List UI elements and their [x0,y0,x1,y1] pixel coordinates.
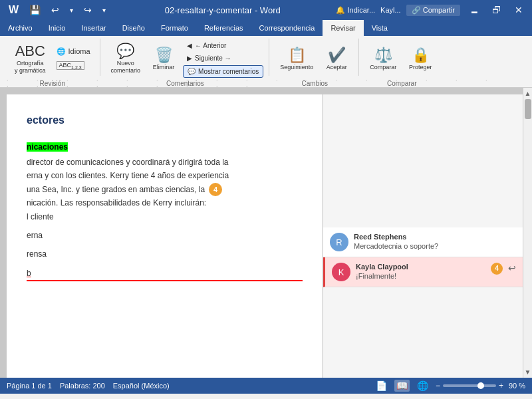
ribbon-group-comparar: ⚖️ Comparar 🔒 Proteger Comparar [360,39,443,76]
status-right: 📄 📖 🌐 − + 90 % [374,380,525,392]
body-line-5: l cliente [27,210,303,223]
comparar-button[interactable]: ⚖️ Comparar [366,39,400,78]
scroll-down-arrow[interactable]: ▼ [525,366,531,378]
idioma-button[interactable]: 🌐 Idioma [53,45,94,58]
siguiente-button[interactable]: ▶ Siguiente → [183,53,263,64]
reed-comment-body: Reed Stephens Mercadotecnia o soporte? [354,233,516,250]
undo-dropdown-button[interactable]: ▾ [66,5,76,15]
comment-item-kayla[interactable]: K Kayla Claypool ¡Finalmente! 4 ↩ [323,257,523,287]
eliminar-label: Eliminar [153,64,175,70]
tab-diseno[interactable]: Diseño [114,20,153,36]
spellcheck-label: Ortografíay gramática [15,60,46,74]
title-bar: W 💾 ↩ ▾ ↪ ▾ 02-resaltar-y-comentar - Wor… [0,0,532,20]
zoom-track[interactable] [443,384,496,387]
comment-item-reed[interactable]: R Reed Stephens Mercadotecnia o soporte? [323,227,523,257]
kayla-comment-body: Kayla Claypool ¡Finalmente! [356,263,485,280]
siguiente-icon: ▶ [187,55,192,62]
print-view-button[interactable]: 📄 [374,380,389,392]
tab-archivo[interactable]: Archivo [0,20,41,36]
zoom-plus-button[interactable]: + [499,381,503,390]
nuevo-comentario-button[interactable]: 💬 Nuevocomentario [107,39,145,78]
status-left: Página 1 de 1 Palabras: 200 Español (Méx… [7,382,170,390]
user-name-button[interactable]: Kayl... [380,6,401,14]
body-line-4: nicación. Las responsabilidades de Kerry… [27,196,303,209]
main-area: ectores nicaciones director de comunicac… [0,88,532,378]
body-text: director de comunicaciones y coordinará … [27,156,303,281]
proteger-button[interactable]: 🔒 Proteger [403,39,438,78]
tab-correspondencia[interactable]: Correspondencia [251,20,323,36]
body-line-1: director de comunicaciones y coordinará … [27,156,303,169]
body-line-8: b [27,267,303,281]
page-info: Página 1 de 1 [7,382,52,390]
cambios-buttons: 📋 Seguimiento ✔️ Aceptar [276,39,353,78]
scroll-up-arrow[interactable]: ▲ [525,88,531,99]
comparar-label: Comparar [370,64,396,70]
revision-buttons: ABC Ortografíay gramática 🌐 Idioma ABC1,… [11,39,94,78]
ribbon-tabs: Archivo Inicio Insertar Diseño Formato R… [0,20,532,36]
spacer3 [27,242,303,247]
close-button[interactable]: ✕ [511,3,527,17]
document-page: ectores nicaciones director de comunicac… [7,94,323,378]
tab-referencias[interactable]: Referencias [196,20,251,36]
reed-author: Reed Stephens [354,233,516,241]
kayla-avatar: K [332,263,350,281]
highlighted-line: nicaciones [27,142,303,152]
comment-panel-top-space [323,94,523,227]
status-bar: Página 1 de 1 Palabras: 200 Español (Méx… [0,378,532,394]
doc-heading: ectores [27,114,303,126]
word-count: Palabras: 200 [60,382,105,390]
comparar-buttons: ⚖️ Comparar 🔒 Proteger [366,39,438,78]
share-button[interactable]: 🔗 Compartir [406,5,460,16]
minimize-button[interactable]: 🗕 [466,3,483,17]
proteger-label: Proteger [409,64,432,70]
indicator-button[interactable]: 🔔 Indicar... [336,6,375,15]
body-line-2: erna y con los clientes. Kerry tiene 4 a… [27,169,303,182]
tab-inicio[interactable]: Inicio [41,20,74,36]
reed-avatar: R [330,233,348,251]
tab-formato[interactable]: Formato [153,20,196,36]
spacer4 [27,261,303,267]
title-bar-controls: 🔔 Indicar... Kayl... 🔗 Compartir 🗕 🗗 ✕ [336,3,527,17]
tab-vista[interactable]: Vista [364,20,396,36]
anterior-button[interactable]: ◀ ← Anterior [183,40,263,51]
spellcheck-button[interactable]: ABC Ortografíay gramática [11,39,50,78]
web-view-button[interactable]: 🌐 [415,380,430,392]
seguimiento-button[interactable]: 📋 Seguimiento [276,39,317,78]
comment-badge-4: 4 [491,263,503,275]
redo-button[interactable]: ↪ [80,3,95,17]
ribbon-group-cambios: 📋 Seguimiento ✔️ Aceptar Cambios [271,39,359,76]
eliminar-button[interactable]: 🗑️ Eliminar [147,39,180,78]
seguimiento-icon: 📋 [288,47,306,64]
revision-secondary: 🌐 Idioma ABC1,2,3 [53,45,94,72]
ruler-marks: · · · · · · · · · · · · · · · · · · · · … [7,76,525,90]
zoom-minus-button[interactable]: − [436,381,440,390]
scroll-track[interactable] [523,99,532,366]
spacer [27,134,303,142]
reed-comment-text: Mercadotecnia o soporte? [354,242,516,250]
abc-icon: ABC1,2,3 [57,61,84,70]
undo-button[interactable]: ↩ [48,3,63,17]
save-qat-button[interactable]: 💾 [26,3,44,17]
qat-dropdown-button[interactable]: ▾ [99,5,109,15]
restore-button[interactable]: 🗗 [488,3,505,17]
tab-revisar[interactable]: Revisar [323,20,363,36]
kayla-author: Kayla Claypool [356,263,485,271]
spacer2 [27,223,303,229]
zoom-percent[interactable]: 90 % [509,382,525,390]
title-bar-left: W 💾 ↩ ▾ ↪ ▾ [5,3,109,17]
scroll-thumb[interactable] [525,99,531,119]
aceptar-icon: ✔️ [328,47,346,64]
tab-insertar[interactable]: Insertar [73,20,114,36]
zoom-thumb [477,382,484,389]
abc-button[interactable]: ABC1,2,3 [53,59,94,72]
aceptar-button[interactable]: ✔️ Aceptar [320,39,353,78]
comment-marker-4[interactable]: 4 [209,183,222,196]
zoom-slider[interactable]: − + [436,381,503,390]
reply-icon[interactable]: ↩ [508,263,516,273]
aceptar-label: Aceptar [327,64,347,70]
nuevo-comentario-label: Nuevocomentario [111,60,141,74]
scrollbar-vertical[interactable]: ▲ ▼ [523,88,532,378]
comment-panel: R Reed Stephens Mercadotecnia o soporte?… [323,94,523,378]
body-line-6: erna [27,229,303,242]
read-view-button[interactable]: 📖 [394,380,410,392]
